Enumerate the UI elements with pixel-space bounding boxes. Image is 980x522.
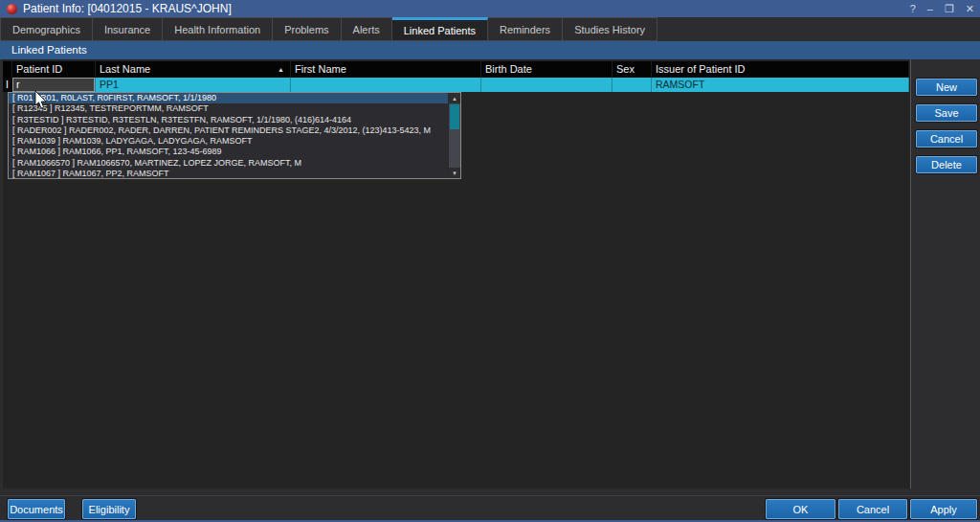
cell-last-name[interactable]: PP1 — [96, 78, 291, 92]
tab-studies-history[interactable]: Studies History — [563, 17, 657, 41]
help-icon[interactable]: ? — [910, 0, 916, 17]
tab-health-information[interactable]: Health Information — [163, 17, 273, 41]
dropdown-item[interactable]: [ R12345 ] R12345, TESTREPORTMM, RAMSOFT — [9, 103, 448, 114]
tab-bar: Demographics Insurance Health Informatio… — [0, 17, 980, 41]
cell-issuer[interactable]: RAMSOFT — [652, 78, 909, 92]
dropdown-item[interactable]: [ RAM1067 ] RAM1067, PP2, RAMSOFT — [9, 169, 448, 178]
apply-button[interactable]: Apply — [910, 499, 977, 519]
save-button[interactable]: Save — [916, 104, 977, 122]
tab-linked-patients[interactable]: Linked Patients — [392, 17, 488, 41]
dropdown-item[interactable]: [ RADER002 ] RADER002, RADER, DARREN, PA… — [9, 125, 448, 136]
sort-ascending-icon: ▲ — [278, 61, 290, 78]
app-logo-icon — [7, 4, 17, 14]
close-icon[interactable]: ✕ — [966, 0, 974, 17]
dropdown-item[interactable]: [ RAM1066570 ] RAM1066570, MARTINEZ, LOP… — [9, 158, 448, 169]
new-button[interactable]: New — [916, 79, 977, 96]
dropdown-item[interactable]: [ R01 ] R01, R0LAST, R0FIRST, RAMSOFT, 1… — [9, 93, 448, 103]
cancel-row-button[interactable]: Cancel — [916, 130, 977, 148]
column-header-birth-date[interactable]: Birth Date — [481, 61, 612, 78]
patient-id-input[interactable]: r — [12, 78, 95, 92]
ok-button[interactable]: OK — [766, 499, 835, 519]
column-header-issuer[interactable]: Issuer of Patient ID — [652, 61, 909, 78]
dropdown-scrollbar[interactable]: ▲ ▼ — [448, 93, 460, 178]
column-header-last-name[interactable]: Last Name ▲ — [96, 61, 291, 78]
minimize-icon[interactable]: – — [927, 0, 933, 17]
tab-demographics[interactable]: Demographics — [0, 17, 93, 41]
dropdown-list: [ R01 ] R01, R0LAST, R0FIRST, RAMSOFT, 1… — [9, 93, 448, 178]
tab-reminders[interactable]: Reminders — [488, 17, 563, 41]
dropdown-item[interactable]: [ RAM1066 ] RAM1066, PP1, RAMSOFT, 123-4… — [9, 147, 448, 157]
scroll-up-icon[interactable]: ▲ — [449, 93, 460, 103]
eligibility-button[interactable]: Eligibility — [82, 499, 136, 519]
tab-insurance[interactable]: Insurance — [93, 17, 163, 41]
tab-problems[interactable]: Problems — [273, 17, 341, 41]
scroll-down-icon[interactable]: ▼ — [449, 168, 460, 178]
column-header-sex[interactable]: Sex — [612, 61, 652, 78]
tab-alerts[interactable]: Alerts — [342, 17, 392, 41]
scrollbar-thumb[interactable] — [450, 104, 459, 129]
patient-info-window: Patient Info: [04012015 - KRAUS^JOHN] ? … — [0, 0, 980, 522]
delete-button[interactable]: Delete — [916, 156, 977, 173]
patient-autocomplete-dropdown: [ R01 ] R01, R0LAST, R0FIRST, RAMSOFT, 1… — [8, 92, 461, 179]
cancel-button[interactable]: Cancel — [838, 499, 907, 519]
documents-button[interactable]: Documents — [8, 499, 65, 519]
group-header-linked-patients: Linked Patients — [0, 41, 980, 59]
row-indicator-header — [3, 61, 12, 78]
title-bar: Patient Info: [04012015 - KRAUS^JOHN] ? … — [0, 0, 980, 17]
cell-patient-id: r — [12, 78, 96, 92]
edit-mode-indicator-icon: I — [3, 78, 12, 92]
column-header-first-name[interactable]: First Name — [291, 61, 481, 78]
cell-first-name[interactable] — [291, 78, 481, 92]
dropdown-item[interactable]: [ RAM1039 ] RAM1039, LADYGAGA, LADYGAGA,… — [9, 136, 448, 147]
grid-column-header-row: Patient ID Last Name ▲ First Name Birth … — [3, 61, 909, 78]
column-header-patient-id[interactable]: Patient ID — [12, 61, 96, 78]
window-title: Patient Info: [04012015 - KRAUS^JOHN] — [23, 0, 232, 17]
dropdown-item[interactable]: [ R3TESTID ] R3TESTID, R3TESTLN, R3TESTF… — [9, 115, 448, 125]
cell-sex[interactable] — [612, 78, 652, 92]
grid-edit-row: I r PP1 RAMSOFT — [3, 78, 909, 92]
cell-birth-date[interactable] — [481, 78, 612, 92]
restore-icon[interactable]: ❐ — [945, 0, 954, 17]
